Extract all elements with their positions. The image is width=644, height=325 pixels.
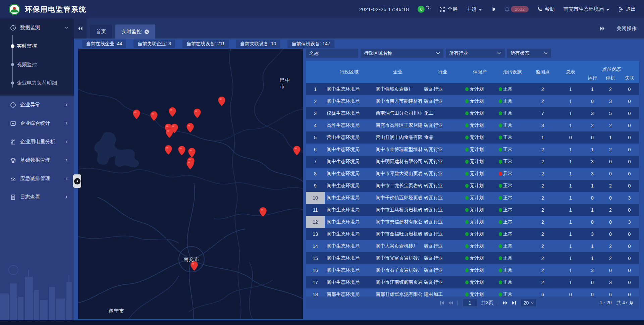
table-row[interactable]: 5营山生态环境局营山县润丰肉食品有限食品无计划正常10010 bbox=[306, 131, 639, 144]
last-page-button[interactable] bbox=[512, 301, 517, 305]
cell-monitor-count: 2 bbox=[528, 195, 557, 201]
header-toolbar: 2021-02-25 17:46:18 0 ℃ 全屏 主题 2632 bbox=[359, 6, 644, 13]
sidebar-item-enterprise-statistics[interactable]: 企业综合统计 bbox=[0, 114, 74, 132]
notifications[interactable]: 2632 bbox=[504, 6, 529, 12]
status-dot-icon bbox=[465, 280, 469, 284]
table-row[interactable]: 6阆中生态环境局阆中市金博瑞新型墙材砖瓦行业无计划正常21120 bbox=[306, 144, 639, 156]
table-row[interactable]: 11阆中生态环境局阆中市五马桥页岩机砖砖瓦行业无计划正常21120 bbox=[306, 204, 639, 216]
table-row[interactable]: 2阆中生态环境局阆中市南方节能建材有砖瓦行业无计划正常21030 bbox=[306, 95, 639, 107]
table-row[interactable]: 4高坪生态环境局南充市高坪区王家店建砖瓦行业无计划正常31220 bbox=[306, 119, 639, 131]
cell-run-count: 1 bbox=[584, 87, 601, 92]
cell-region: 阆中生态环境局 bbox=[325, 243, 374, 249]
table-row[interactable]: 9阆中生态环境局阆中市二龙长宝页岩砖砖瓦行业无计划正常21120 bbox=[306, 180, 639, 192]
status-label: 正常 bbox=[503, 243, 513, 249]
tabs-scroll-right-button[interactable] bbox=[600, 26, 605, 31]
cell-row-index: 16 bbox=[306, 264, 325, 276]
sidebar-item-realtime-monitoring[interactable]: 实时监控 bbox=[0, 37, 74, 55]
table-row[interactable]: 7阆中生态环境局阆中明阳建材有限公司砖瓦行业无计划正常21300 bbox=[306, 156, 639, 168]
cell-industry: 砖瓦行业 bbox=[422, 255, 463, 261]
fullscreen-button[interactable]: 全屏 bbox=[439, 6, 458, 12]
tab-home[interactable]: 首页 bbox=[90, 24, 112, 39]
cell-stop-count: 3 bbox=[601, 280, 620, 285]
col-header-index bbox=[306, 61, 325, 83]
table-row[interactable]: 14阆中生态环境局阆中大兴页岩机砖厂砖瓦行业无计划正常21120 bbox=[306, 240, 639, 252]
page-size-select[interactable]: 20 bbox=[521, 299, 537, 307]
cell-monitor-count: 2 bbox=[528, 256, 557, 261]
cell-limit-status: 无计划 bbox=[463, 219, 497, 225]
status-dot-icon bbox=[499, 148, 502, 152]
temperature-unit: ℃ bbox=[426, 5, 431, 10]
cell-industry: 建材加工 bbox=[422, 291, 463, 296]
sound-toggle-button[interactable] bbox=[491, 7, 496, 12]
cell-run-count: 1 bbox=[584, 147, 601, 152]
cell-limit-status: 无计划 bbox=[463, 255, 497, 261]
col-header-stop: 停机 bbox=[601, 73, 620, 83]
table-row[interactable]: 15阆中生态环境局阆中市光富页岩机砖厂砖瓦行业无计划正常21120 bbox=[306, 252, 639, 264]
cell-run-count: 1 bbox=[584, 207, 601, 213]
sidebar-item-video-monitoring[interactable]: 视频监控 bbox=[0, 55, 74, 74]
cell-row-index: 10 bbox=[306, 192, 325, 204]
map-canvas[interactable]: 巴中市南充市遂宁市 bbox=[78, 49, 303, 319]
status-label: 无计划 bbox=[470, 122, 484, 128]
user-menu[interactable]: 南充市生态环境局 bbox=[564, 6, 609, 12]
close-tab-icon[interactable] bbox=[144, 29, 149, 34]
cell-lost-count: 0 bbox=[620, 207, 639, 213]
cell-run-count: 0 bbox=[584, 195, 601, 201]
cell-stop-count: 6 bbox=[601, 292, 620, 296]
logout-button[interactable]: 退出 bbox=[618, 6, 636, 12]
cell-row-index: 4 bbox=[306, 119, 325, 131]
cell-row-index: 8 bbox=[306, 168, 325, 180]
sidebar-item-log-view[interactable]: 日志查看 bbox=[0, 188, 74, 206]
table-row[interactable]: 17阆中生态环境局阆中市江南镇阆南页岩砖瓦行业无计划正常21030 bbox=[306, 276, 639, 288]
sidebar-item-emergency-reduction[interactable]: 应急减排管理 bbox=[0, 169, 74, 188]
footer-strip bbox=[0, 320, 644, 325]
sidebar-subitem-label: 视频监控 bbox=[17, 61, 37, 68]
previous-page-button[interactable] bbox=[448, 301, 453, 305]
help-button[interactable]: 帮助 bbox=[537, 6, 555, 12]
close-operations-button[interactable]: 关闭操作 bbox=[616, 25, 637, 32]
tabs-scroll-left-button[interactable] bbox=[74, 18, 87, 39]
status-label: 正常 bbox=[503, 207, 513, 213]
tab-realtime-monitoring[interactable]: 实时监控 bbox=[115, 24, 155, 39]
datetime-display: 2021-02-25 17:46:18 bbox=[359, 6, 409, 12]
next-page-button[interactable] bbox=[503, 301, 508, 305]
page-number-input[interactable] bbox=[463, 299, 477, 307]
table-row[interactable]: 12阆中生态环境局阆中市忠信建材有限公砖瓦行业无计划正常21003 bbox=[306, 216, 639, 228]
sidebar-item-enterprise-anomaly[interactable]: 企业异常 bbox=[0, 96, 74, 114]
sidebar-item-power-analysis[interactable]: 企业用电量分析 bbox=[0, 132, 74, 151]
sidebar-collapse-handle[interactable] bbox=[73, 174, 81, 188]
theme-dropdown[interactable]: 主题 bbox=[466, 6, 482, 12]
name-search-input[interactable] bbox=[306, 49, 358, 58]
status-dot-icon bbox=[499, 99, 502, 103]
sidebar-item-label: 企业综合统计 bbox=[20, 120, 65, 126]
industry-select[interactable]: 所有行业 bbox=[446, 49, 505, 58]
sidebar-item-label: 基础数据管理 bbox=[20, 157, 65, 163]
cell-meter-count: 1 bbox=[557, 207, 584, 213]
status-dot-icon bbox=[465, 87, 469, 91]
cell-region: 营山生态环境局 bbox=[325, 134, 374, 141]
table-row[interactable]: 3仪陇生态环境局西南油气田分公司川中化工无计划正常71350 bbox=[306, 107, 639, 119]
cell-meter-count: 1 bbox=[557, 183, 584, 188]
table-row[interactable]: 18南部生态环境局南部县雄华水泥有限公建材加工无计划正常60060 bbox=[306, 288, 639, 296]
table-row[interactable]: 16阆中生态环境局阆中市石子页岩机砖厂砖瓦行业无计划正常21300 bbox=[306, 264, 639, 276]
status-dot-icon bbox=[465, 244, 469, 248]
sidebar-item-power-load-detail[interactable]: 企业电力负荷明细 bbox=[0, 74, 74, 92]
first-page-icon bbox=[439, 301, 444, 305]
sidebar-item-base-data-management[interactable]: 基础数据管理 bbox=[0, 151, 74, 169]
first-page-button[interactable] bbox=[439, 301, 444, 305]
cell-monitor-count: 2 bbox=[528, 280, 557, 285]
table-row[interactable]: 8阆中生态环境局阆中市枣碧大梁山页岩砖瓦行业无计划异常21300 bbox=[306, 168, 639, 180]
table-row[interactable]: 10阆中生态环境局阆中千佛镇五郎垭页岩砖瓦行业无计划正常21003 bbox=[306, 192, 639, 204]
cell-limit-status: 无计划 bbox=[463, 110, 497, 116]
cell-stop-count: 0 bbox=[601, 171, 620, 176]
cell-row-index: 9 bbox=[306, 180, 325, 192]
table-row[interactable]: 13阆中生态环境局阆中市金福旺页岩机砖砖瓦行业无计划正常21300 bbox=[306, 228, 639, 240]
cell-company: 阆中市五马桥页岩机砖 bbox=[374, 207, 422, 213]
status-select[interactable]: 所有状态 bbox=[507, 49, 551, 58]
table-body: 1阆中生态环境局阆中强锐页岩砖厂砖瓦行业无计划正常211202阆中生态环境局阆中… bbox=[306, 83, 639, 296]
theme-label: 主题 bbox=[466, 6, 476, 12]
table-row[interactable]: 1阆中生态环境局阆中强锐页岩砖厂砖瓦行业无计划正常21120 bbox=[306, 83, 639, 95]
status-dot-icon bbox=[499, 123, 502, 127]
sidebar-item-data-monitoring[interactable]: 数据监测 bbox=[0, 18, 74, 37]
region-select[interactable]: 行政区域名称 bbox=[361, 49, 443, 58]
